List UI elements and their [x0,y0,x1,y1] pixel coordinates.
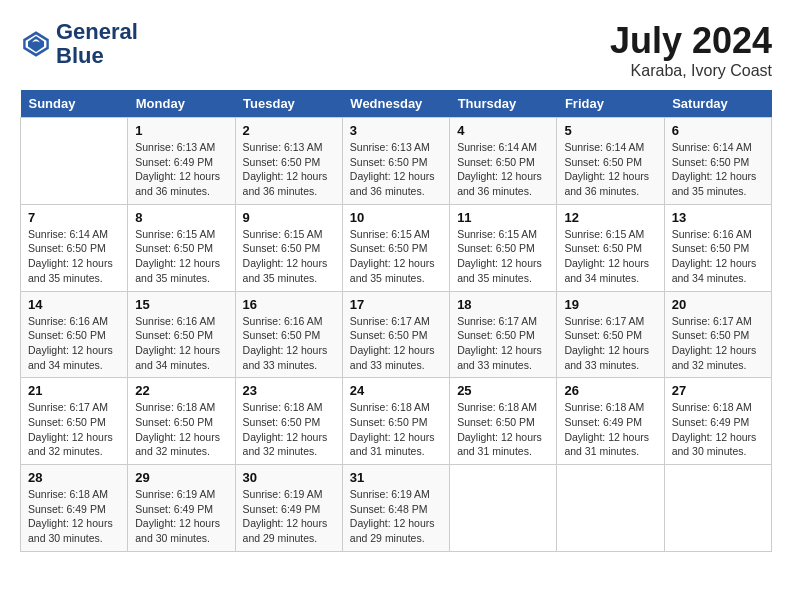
day-number: 18 [457,297,549,312]
header-cell-friday: Friday [557,90,664,118]
day-cell [664,465,771,552]
day-cell: 11Sunrise: 6:15 AM Sunset: 6:50 PM Dayli… [450,204,557,291]
day-info: Sunrise: 6:18 AM Sunset: 6:50 PM Dayligh… [243,400,335,459]
day-info: Sunrise: 6:13 AM Sunset: 6:50 PM Dayligh… [350,140,442,199]
logo: General Blue [20,20,138,68]
day-number: 27 [672,383,764,398]
day-number: 17 [350,297,442,312]
day-cell: 8Sunrise: 6:15 AM Sunset: 6:50 PM Daylig… [128,204,235,291]
day-cell: 4Sunrise: 6:14 AM Sunset: 6:50 PM Daylig… [450,118,557,205]
header-cell-saturday: Saturday [664,90,771,118]
day-cell: 9Sunrise: 6:15 AM Sunset: 6:50 PM Daylig… [235,204,342,291]
week-row-2: 7Sunrise: 6:14 AM Sunset: 6:50 PM Daylig… [21,204,772,291]
day-info: Sunrise: 6:18 AM Sunset: 6:49 PM Dayligh… [564,400,656,459]
day-info: Sunrise: 6:14 AM Sunset: 6:50 PM Dayligh… [457,140,549,199]
day-number: 1 [135,123,227,138]
day-cell: 16Sunrise: 6:16 AM Sunset: 6:50 PM Dayli… [235,291,342,378]
day-info: Sunrise: 6:15 AM Sunset: 6:50 PM Dayligh… [564,227,656,286]
day-cell: 31Sunrise: 6:19 AM Sunset: 6:48 PM Dayli… [342,465,449,552]
day-info: Sunrise: 6:17 AM Sunset: 6:50 PM Dayligh… [672,314,764,373]
day-cell: 23Sunrise: 6:18 AM Sunset: 6:50 PM Dayli… [235,378,342,465]
day-cell: 18Sunrise: 6:17 AM Sunset: 6:50 PM Dayli… [450,291,557,378]
day-cell: 6Sunrise: 6:14 AM Sunset: 6:50 PM Daylig… [664,118,771,205]
day-number: 12 [564,210,656,225]
week-row-4: 21Sunrise: 6:17 AM Sunset: 6:50 PM Dayli… [21,378,772,465]
day-cell: 20Sunrise: 6:17 AM Sunset: 6:50 PM Dayli… [664,291,771,378]
day-info: Sunrise: 6:16 AM Sunset: 6:50 PM Dayligh… [28,314,120,373]
location: Karaba, Ivory Coast [610,62,772,80]
day-cell: 2Sunrise: 6:13 AM Sunset: 6:50 PM Daylig… [235,118,342,205]
page-header: General Blue July 2024 Karaba, Ivory Coa… [20,20,772,80]
week-row-5: 28Sunrise: 6:18 AM Sunset: 6:49 PM Dayli… [21,465,772,552]
day-number: 19 [564,297,656,312]
day-info: Sunrise: 6:19 AM Sunset: 6:49 PM Dayligh… [135,487,227,546]
day-number: 4 [457,123,549,138]
day-number: 26 [564,383,656,398]
day-cell: 30Sunrise: 6:19 AM Sunset: 6:49 PM Dayli… [235,465,342,552]
day-cell [450,465,557,552]
day-number: 30 [243,470,335,485]
week-row-3: 14Sunrise: 6:16 AM Sunset: 6:50 PM Dayli… [21,291,772,378]
day-number: 14 [28,297,120,312]
calendar-header: SundayMondayTuesdayWednesdayThursdayFrid… [21,90,772,118]
day-cell: 28Sunrise: 6:18 AM Sunset: 6:49 PM Dayli… [21,465,128,552]
day-info: Sunrise: 6:13 AM Sunset: 6:50 PM Dayligh… [243,140,335,199]
header-cell-tuesday: Tuesday [235,90,342,118]
day-cell: 29Sunrise: 6:19 AM Sunset: 6:49 PM Dayli… [128,465,235,552]
day-cell: 26Sunrise: 6:18 AM Sunset: 6:49 PM Dayli… [557,378,664,465]
day-info: Sunrise: 6:14 AM Sunset: 6:50 PM Dayligh… [564,140,656,199]
day-number: 10 [350,210,442,225]
day-info: Sunrise: 6:14 AM Sunset: 6:50 PM Dayligh… [672,140,764,199]
day-cell: 15Sunrise: 6:16 AM Sunset: 6:50 PM Dayli… [128,291,235,378]
logo-text: General Blue [56,20,138,68]
header-cell-wednesday: Wednesday [342,90,449,118]
day-cell: 19Sunrise: 6:17 AM Sunset: 6:50 PM Dayli… [557,291,664,378]
day-info: Sunrise: 6:15 AM Sunset: 6:50 PM Dayligh… [457,227,549,286]
day-number: 29 [135,470,227,485]
day-info: Sunrise: 6:18 AM Sunset: 6:50 PM Dayligh… [135,400,227,459]
day-number: 24 [350,383,442,398]
day-info: Sunrise: 6:16 AM Sunset: 6:50 PM Dayligh… [135,314,227,373]
day-cell: 17Sunrise: 6:17 AM Sunset: 6:50 PM Dayli… [342,291,449,378]
day-number: 5 [564,123,656,138]
header-cell-sunday: Sunday [21,90,128,118]
day-number: 6 [672,123,764,138]
day-number: 2 [243,123,335,138]
day-info: Sunrise: 6:14 AM Sunset: 6:50 PM Dayligh… [28,227,120,286]
day-cell: 22Sunrise: 6:18 AM Sunset: 6:50 PM Dayli… [128,378,235,465]
day-cell: 24Sunrise: 6:18 AM Sunset: 6:50 PM Dayli… [342,378,449,465]
week-row-1: 1Sunrise: 6:13 AM Sunset: 6:49 PM Daylig… [21,118,772,205]
day-info: Sunrise: 6:19 AM Sunset: 6:49 PM Dayligh… [243,487,335,546]
day-cell: 13Sunrise: 6:16 AM Sunset: 6:50 PM Dayli… [664,204,771,291]
day-cell: 21Sunrise: 6:17 AM Sunset: 6:50 PM Dayli… [21,378,128,465]
day-info: Sunrise: 6:18 AM Sunset: 6:50 PM Dayligh… [350,400,442,459]
day-info: Sunrise: 6:16 AM Sunset: 6:50 PM Dayligh… [672,227,764,286]
day-cell: 3Sunrise: 6:13 AM Sunset: 6:50 PM Daylig… [342,118,449,205]
day-cell: 14Sunrise: 6:16 AM Sunset: 6:50 PM Dayli… [21,291,128,378]
day-info: Sunrise: 6:18 AM Sunset: 6:50 PM Dayligh… [457,400,549,459]
day-number: 13 [672,210,764,225]
day-number: 28 [28,470,120,485]
calendar-body: 1Sunrise: 6:13 AM Sunset: 6:49 PM Daylig… [21,118,772,552]
header-row: SundayMondayTuesdayWednesdayThursdayFrid… [21,90,772,118]
month-year: July 2024 [610,20,772,62]
day-cell: 1Sunrise: 6:13 AM Sunset: 6:49 PM Daylig… [128,118,235,205]
day-info: Sunrise: 6:17 AM Sunset: 6:50 PM Dayligh… [28,400,120,459]
day-number: 9 [243,210,335,225]
day-number: 11 [457,210,549,225]
day-cell [21,118,128,205]
day-cell [557,465,664,552]
header-cell-thursday: Thursday [450,90,557,118]
day-cell: 5Sunrise: 6:14 AM Sunset: 6:50 PM Daylig… [557,118,664,205]
day-info: Sunrise: 6:18 AM Sunset: 6:49 PM Dayligh… [28,487,120,546]
day-cell: 10Sunrise: 6:15 AM Sunset: 6:50 PM Dayli… [342,204,449,291]
day-number: 31 [350,470,442,485]
day-cell: 7Sunrise: 6:14 AM Sunset: 6:50 PM Daylig… [21,204,128,291]
day-info: Sunrise: 6:15 AM Sunset: 6:50 PM Dayligh… [135,227,227,286]
day-info: Sunrise: 6:19 AM Sunset: 6:48 PM Dayligh… [350,487,442,546]
day-info: Sunrise: 6:15 AM Sunset: 6:50 PM Dayligh… [243,227,335,286]
day-number: 23 [243,383,335,398]
day-info: Sunrise: 6:18 AM Sunset: 6:49 PM Dayligh… [672,400,764,459]
day-info: Sunrise: 6:17 AM Sunset: 6:50 PM Dayligh… [350,314,442,373]
day-cell: 25Sunrise: 6:18 AM Sunset: 6:50 PM Dayli… [450,378,557,465]
